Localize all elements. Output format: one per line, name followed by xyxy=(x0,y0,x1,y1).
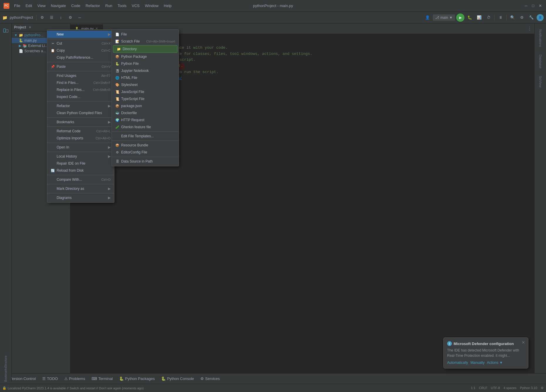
notif-auto-button[interactable]: Automatically xyxy=(447,361,468,365)
reload-disk-label: Reload from Disk xyxy=(57,168,84,173)
sub-menu-javascript[interactable]: 📜 JavaScript File xyxy=(112,88,179,95)
context-menu-main: New ▶ ✂ Cut Ctrl+X 📋 Copy Ctrl+C Copy Pa… xyxy=(47,29,114,203)
repair-ide-label: Repair IDE on File xyxy=(57,161,85,165)
file-label: File xyxy=(121,32,127,36)
sub-separator-2 xyxy=(112,141,179,141)
paste-icon: 📌 xyxy=(51,65,55,69)
menu-compare-with[interactable]: Compare With... Ctrl+D xyxy=(47,176,114,183)
file-icon: 📄 xyxy=(115,32,119,36)
dockerfile-icon: 🐳 xyxy=(115,111,119,115)
copy-path-icon xyxy=(51,55,55,60)
menu-find-in-files[interactable]: Find in Files... Ctrl+Shift+F xyxy=(47,79,114,86)
menu-clean-python[interactable]: Clean Python Compiled Files xyxy=(47,109,114,116)
sub-menu-packagejson[interactable]: 📦 package.json xyxy=(112,102,179,109)
sub-menu-resource-bundle[interactable]: 📦 Resource Bundle xyxy=(112,142,179,149)
reformat-icon xyxy=(51,129,55,133)
menu-paste[interactable]: 📌 Paste Ctrl+V xyxy=(47,63,114,70)
menu-open-in[interactable]: Open In ▶ xyxy=(47,144,114,151)
separator-4 xyxy=(47,101,114,102)
sub-menu-jupyter[interactable]: 📓 Jupyter Notebook xyxy=(112,67,179,74)
open-in-icon xyxy=(51,145,55,149)
directory-icon: 📁 xyxy=(117,47,121,51)
copy-icon: 📋 xyxy=(51,48,55,53)
stylesheet-label: Stylesheet xyxy=(121,83,138,87)
separator-5 xyxy=(47,117,114,118)
menu-find-usages[interactable]: Find Usages Alt+F7 xyxy=(47,72,114,79)
optimize-imports-shortcut: Ctrl+Alt+O xyxy=(96,136,111,140)
separator-11 xyxy=(47,193,114,193)
javascript-icon: 📜 xyxy=(115,90,119,94)
menu-new[interactable]: New ▶ xyxy=(47,31,114,38)
separator-7 xyxy=(47,143,114,143)
notif-manually-button[interactable]: Manually xyxy=(470,361,484,365)
notification-body: The IDE has detected Microsoft Defender … xyxy=(447,348,525,358)
repair-ide-icon xyxy=(51,161,55,165)
menu-refactor[interactable]: Refactor ▶ xyxy=(47,102,114,109)
menu-mark-directory[interactable]: Mark Directory as ▶ xyxy=(47,185,114,192)
menu-copy[interactable]: 📋 Copy Ctrl+C xyxy=(47,47,114,54)
find-in-files-icon xyxy=(51,81,55,85)
jupyter-icon: 📓 xyxy=(115,69,119,73)
notification-close-button[interactable]: ✕ xyxy=(522,340,525,345)
menu-bookmarks[interactable]: Bookmarks ▶ xyxy=(47,119,114,126)
directory-label: Directory xyxy=(123,47,137,51)
stylesheet-icon: 🎨 xyxy=(115,83,119,87)
menu-reload-disk[interactable]: 🔄 Reload from Disk xyxy=(47,167,114,174)
sub-menu-python-file[interactable]: 🐍 Python File xyxy=(112,60,179,67)
find-usages-shortcut: Alt+F7 xyxy=(101,74,111,77)
resource-bundle-icon: 📦 xyxy=(115,143,119,147)
sub-menu-directory[interactable]: 📁 Directory xyxy=(113,45,178,53)
sub-menu-python-package[interactable]: 📦 Python Package xyxy=(112,53,179,60)
notif-actions-button[interactable]: Actions ▼ xyxy=(487,361,503,365)
refactor-label: Refactor xyxy=(57,104,70,108)
sub-menu-gherkin[interactable]: 🥒 Gherkin feature file xyxy=(112,124,179,131)
compare-shortcut: Ctrl+D xyxy=(102,178,111,181)
html-label: HTML File xyxy=(121,76,137,80)
sub-menu-data-source[interactable]: 🗄 Data Source in Path xyxy=(112,158,179,165)
cut-shortcut: Ctrl+X xyxy=(102,42,111,45)
replace-in-files-shortcut: Ctrl+Shift+R xyxy=(93,88,111,92)
scratch-shortcut: Ctrl+Alt+Shift+Insert xyxy=(146,40,175,43)
packagejson-icon: 📦 xyxy=(115,104,119,108)
local-history-label: Local History xyxy=(57,154,77,158)
sub-menu-stylesheet[interactable]: 🎨 Stylesheet xyxy=(112,81,179,88)
paste-label: Paste xyxy=(57,65,66,69)
typescript-icon: 📜 xyxy=(115,97,119,101)
menu-cut[interactable]: ✂ Cut Ctrl+X xyxy=(47,40,114,47)
open-in-label: Open In xyxy=(57,145,69,149)
sub-menu-scratch[interactable]: 📝 Scratch File Ctrl+Alt+Shift+Insert xyxy=(112,38,179,45)
menu-optimize-imports[interactable]: Optimize Imports Ctrl+Alt+O xyxy=(47,135,114,142)
reformat-shortcut: Ctrl+Alt+L xyxy=(96,129,111,133)
copy-path-label: Copy Path/Reference... xyxy=(57,55,93,60)
sub-menu-file[interactable]: 📄 File xyxy=(112,31,179,38)
javascript-label: JavaScript File xyxy=(121,90,144,94)
python-package-label: Python Package xyxy=(121,55,147,59)
menu-inspect-code[interactable]: Inspect Code... xyxy=(47,93,114,100)
reload-disk-icon: 🔄 xyxy=(51,168,55,173)
bookmarks-label: Bookmarks xyxy=(57,120,74,124)
menu-replace-in-files[interactable]: Replace in Files... Ctrl+Shift+R xyxy=(47,86,114,93)
open-in-arrow-icon: ▶ xyxy=(108,145,111,149)
sub-menu-dockerfile[interactable]: 🐳 Dockerfile xyxy=(112,109,179,116)
sub-menu-http-request[interactable]: 🌍 HTTP Request xyxy=(112,116,179,124)
diagrams-arrow-icon: ▶ xyxy=(108,196,111,200)
compare-label: Compare With... xyxy=(57,178,82,182)
compare-icon xyxy=(51,178,55,182)
menu-copy-path[interactable]: Copy Path/Reference... xyxy=(47,54,114,61)
sub-menu-typescript[interactable]: 📜 TypeScript File xyxy=(112,95,179,102)
replace-in-files-icon xyxy=(51,88,55,92)
typescript-label: TypeScript File xyxy=(121,97,144,101)
find-in-files-shortcut: Ctrl+Shift+F xyxy=(93,81,111,85)
menu-repair-ide[interactable]: Repair IDE on File xyxy=(47,160,114,167)
menu-local-history[interactable]: Local History ▶ xyxy=(47,153,114,160)
gherkin-label: Gherkin feature file xyxy=(121,125,151,129)
menu-reformat[interactable]: Reformat Code Ctrl+Alt+L xyxy=(47,128,114,135)
edit-templates-icon xyxy=(115,134,119,138)
separator-3 xyxy=(47,71,114,71)
menu-diagrams[interactable]: Diagrams ▶ xyxy=(47,194,114,201)
sub-menu-editorconfig[interactable]: ⚙ EditorConfig File xyxy=(112,149,179,156)
python-package-icon: 📦 xyxy=(115,55,119,59)
sub-menu-edit-templates[interactable]: Edit File Templates... xyxy=(112,133,179,140)
sub-menu-html[interactable]: 🌐 HTML File xyxy=(112,74,179,81)
optimize-imports-icon xyxy=(51,136,55,140)
